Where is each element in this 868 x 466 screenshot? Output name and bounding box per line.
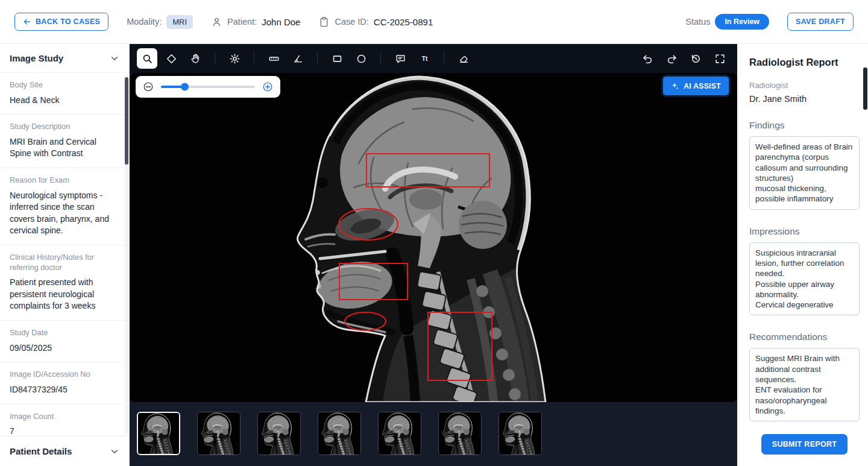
image-canvas[interactable]: AI ASSIST: [130, 73, 737, 402]
tool-angle-button[interactable]: [288, 48, 308, 69]
modality-label: Modality:: [127, 17, 162, 27]
report-panel: Radiologist Report Radiologist Dr. Jane …: [737, 44, 868, 466]
viewer-toolbar: [130, 44, 737, 73]
zoom-in-button[interactable]: [261, 80, 274, 93]
tool-settings-button[interactable]: [224, 48, 245, 69]
field-value: Neurological symptoms - inferred since t…: [10, 190, 119, 237]
submit-report-button[interactable]: SUBMIT REPORT: [761, 434, 848, 455]
thumbnail-2[interactable]: [197, 412, 241, 455]
tool-ellipse-button[interactable]: [351, 48, 371, 69]
field-label: Image Count: [10, 412, 119, 422]
toolbar-divider: [317, 52, 318, 65]
viewer: AI ASSIST: [130, 44, 737, 466]
thumbnail-4[interactable]: [318, 412, 361, 455]
page-scrollbar[interactable]: [863, 68, 867, 110]
field-value: MRI Brain and Cervical Spine with Contra…: [10, 136, 119, 160]
thumbnail-1[interactable]: [137, 412, 180, 455]
back-to-cases-button[interactable]: BACK TO CASES: [14, 13, 108, 31]
tool-search-button[interactable]: [137, 48, 157, 69]
move-icon: [166, 53, 177, 65]
report-title: Radiologist Report: [749, 57, 860, 68]
patient-name: John Doe: [262, 17, 300, 27]
comment-icon: [395, 53, 406, 65]
thumbnail-image: [318, 412, 360, 455]
report-textarea[interactable]: Suggest MRI Brain with additional contra…: [749, 348, 860, 421]
tool-ruler-button[interactable]: [263, 48, 284, 69]
thumbnail-image: [499, 412, 541, 455]
modality-group: Modality: MRI: [127, 15, 193, 29]
tool-rect-button[interactable]: [327, 48, 347, 69]
zoom-out-button[interactable]: [142, 80, 155, 93]
study-field: Image Count 7: [0, 405, 129, 436]
toolbar-divider: [444, 52, 444, 65]
tool-eraser-button[interactable]: [453, 48, 474, 69]
report-section: Findings Well-defined areas of Brain par…: [749, 120, 860, 210]
thumbnail-3[interactable]: [257, 412, 301, 455]
ai-assist-label: AI ASSIST: [684, 82, 721, 90]
thumbnail-image: [198, 412, 240, 455]
toolbar-divider: [254, 52, 254, 65]
undo-icon: [642, 53, 653, 65]
redo-icon: [666, 53, 678, 65]
report-section-title: Impressions: [749, 226, 860, 237]
status-label: Status: [685, 17, 710, 27]
image-study-title: Image Study: [10, 53, 63, 63]
patient-details-header[interactable]: Patient Details: [0, 436, 129, 466]
save-draft-button[interactable]: SAVE DRAFT: [787, 13, 854, 31]
report-section-title: Recommendations: [749, 332, 860, 342]
radiologist-name: Dr. Jane Smith: [749, 94, 860, 104]
tool-reset-button[interactable]: [685, 48, 706, 69]
thumbnail-image: [258, 412, 300, 455]
case-id-value: CC-2025-0891: [374, 17, 433, 27]
report-textarea[interactable]: Well-defined areas of Brain parenchyma (…: [749, 136, 860, 210]
pan-icon: [190, 53, 201, 65]
angle-icon: [292, 53, 304, 65]
eraser-icon: [458, 53, 470, 65]
thumbnail-image: [138, 413, 179, 454]
case-id-label: Case ID:: [335, 17, 368, 27]
sidebar-scrollbar[interactable]: [125, 77, 128, 165]
toolbar-divider: [380, 52, 381, 65]
thumbnail-7[interactable]: [498, 412, 542, 455]
report-section: Impressions Suspicious intracranial lesi…: [749, 226, 860, 316]
field-label: Study Date: [10, 328, 119, 338]
modality-badge: MRI: [166, 15, 193, 29]
field-value: Patient presented with persistent neurol…: [10, 277, 119, 312]
tool-redo-button[interactable]: [661, 48, 682, 69]
tool-fullscreen-button[interactable]: [709, 48, 730, 69]
ruler-icon: [268, 53, 280, 65]
zoom-slider-thumb[interactable]: [181, 83, 189, 91]
study-field: Study Date 09/05/2025: [0, 321, 129, 362]
tool-undo-button[interactable]: [637, 48, 658, 69]
tool-text-button[interactable]: [414, 48, 435, 69]
back-arrow-icon: [23, 17, 31, 26]
ai-assist-button[interactable]: AI ASSIST: [663, 77, 729, 95]
reset-icon: [690, 53, 702, 65]
zoom-slider[interactable]: [161, 86, 255, 88]
status-badge: In Review: [715, 14, 769, 30]
app-root: BACK TO CASES Modality: MRI Patient: Joh…: [0, 0, 868, 466]
tool-move-button[interactable]: [161, 48, 181, 69]
field-value: 09/05/2025: [10, 342, 119, 354]
clipboard-icon: [318, 16, 330, 28]
patient-label: Patient:: [227, 17, 257, 27]
patient-icon: [211, 16, 222, 28]
field-value: Head & Neck: [10, 95, 119, 107]
status-group: Status In Review: [685, 14, 769, 30]
tool-pan-button[interactable]: [185, 48, 206, 69]
study-fields: Body Site Head & Neck Study Description …: [0, 73, 129, 436]
study-field: Study Description MRI Brain and Cervical…: [0, 115, 129, 168]
study-field: Clinical History/Notes for referring doc…: [0, 245, 129, 321]
field-label: Image ID/Accession No: [10, 370, 119, 380]
mri-image: [130, 73, 737, 402]
ellipse-icon: [356, 53, 367, 65]
thumbnail-5[interactable]: [378, 412, 421, 455]
thumbnail-6[interactable]: [438, 412, 482, 455]
field-label: Clinical History/Notes for referring doc…: [10, 253, 119, 272]
toolbar-left-group: [137, 48, 474, 69]
image-study-header[interactable]: Image Study: [0, 44, 129, 73]
report-section: Recommendations Suggest MRI Brain with a…: [749, 332, 860, 421]
top-bar: BACK TO CASES Modality: MRI Patient: Joh…: [0, 0, 868, 44]
tool-comment-button[interactable]: [390, 48, 410, 69]
report-textarea[interactable]: Suspicious intracranial lesion, further …: [749, 242, 860, 316]
